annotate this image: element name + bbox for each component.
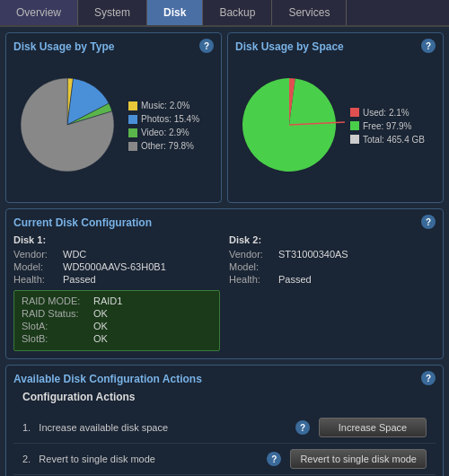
disk2-column: Disk 2: Vendor: ST31000340AS Model: Heal… [229,234,436,351]
disk-by-space-panel: Disk Usage by Space ? Used: 2.1% Free: 9… [227,32,444,203]
legend-other-dot [128,142,137,151]
disk1-health-row: Health: Passed [13,274,220,285]
legend-music-label: Music: 2.0% [141,101,189,110]
legend-free-label: Free: 97.9% [363,121,411,131]
legend-video-dot [128,128,137,137]
raid-status-value: OK [93,308,108,319]
action-1-label: 1. Increase available disk space [22,422,295,433]
disk2-title: Disk 2: [229,234,436,245]
disk1-model-row: Model: WD5000AAVS-63H0B1 [13,261,220,272]
legend-free: Free: 97.9% [350,121,425,131]
disk1-health-value: Passed [63,274,96,285]
disk2-health-label: Health: [229,274,278,285]
disk2-vendor-row: Vendor: ST31000340AS [229,249,436,260]
disk-by-type-panel: Disk Usage by Type ? Music: 2.0% Photos:… [5,32,222,203]
action-2-help-icon[interactable]: ? [267,452,281,466]
main-content: Disk Usage by Type ? Music: 2.0% Photos:… [0,27,449,476]
legend-music: Music: 2.0% [128,101,199,110]
legend-music-dot [128,101,137,110]
top-panels: Disk Usage by Type ? Music: 2.0% Photos:… [5,32,444,203]
legend-photos-label: Photos: 15.4% [141,114,199,124]
disk2-model-row: Model: [229,261,436,272]
legend-video-label: Video: 2.9% [141,128,189,137]
legend-total: Total: 465.4 GB [350,135,425,145]
tab-backup[interactable]: Backup [203,0,272,25]
disk1-column: Disk 1: Vendor: WDC Model: WD5000AAVS-63… [13,234,220,351]
disk-by-type-title: Disk Usage by Type [13,40,214,53]
raid-slotA-label: SlotA: [22,321,93,331]
raid-slotB-value: OK [93,333,108,344]
action-row-1: 1. Increase available disk space ? Incre… [13,412,436,444]
disk-by-type-chart: Music: 2.0% Photos: 15.4% Video: 2.9% Ot… [13,58,214,193]
disk-by-type-help-icon[interactable]: ? [199,39,214,53]
disk1-vendor-row: Vendor: WDC [13,249,220,260]
legend-used-label: Used: 2.1% [363,108,409,118]
actions-panel-title: Available Disk Configuration Actions [13,373,436,385]
legend-total-dot [350,135,359,144]
action-2-label: 2. Revert to single disk mode [22,454,267,464]
legend-other-label: Other: 79.8% [141,141,194,151]
config-actions-subtitle: Configuration Actions [22,391,436,403]
disk2-model-label: Model: [229,261,278,272]
legend-video: Video: 2.9% [128,128,199,137]
raid-slotA-row: SlotA: OK [22,321,212,331]
disk-by-space-chart: Used: 2.1% Free: 97.9% Total: 465.4 GB [235,58,436,193]
legend-free-dot [350,121,359,130]
legend-total-label: Total: 465.4 GB [363,135,425,145]
action-1-number: 1. [22,422,31,433]
disk2-health-row: Health: Passed [229,274,436,285]
tab-system[interactable]: System [78,0,147,25]
disk1-title: Disk 1: [13,234,220,245]
disk2-vendor-label: Vendor: [229,249,278,260]
legend-photos: Photos: 15.4% [128,114,199,124]
raid-status-label: RAID Status: [22,308,93,319]
raid-mode-label: RAID MODE: [22,295,93,306]
disk-config-title: Current Disk Configuration [13,216,436,229]
revert-single-disk-button[interactable]: Revert to single disk mode [290,449,427,469]
increase-space-button[interactable]: Increase Space [319,418,427,437]
disk-columns: Disk 1: Vendor: WDC Model: WD5000AAVS-63… [13,234,436,351]
legend-used-dot [350,108,359,117]
action-1-help-icon[interactable]: ? [295,420,310,435]
legend-other: Other: 79.8% [128,141,199,151]
action-2-number: 2. [22,454,31,464]
disk1-health-label: Health: [13,274,63,285]
disk1-vendor-value: WDC [63,249,86,260]
disk2-health-value: Passed [278,274,312,285]
disk-by-type-legend: Music: 2.0% Photos: 15.4% Video: 2.9% Ot… [128,101,199,151]
action-2-text: Revert to single disk mode [39,454,155,464]
disk-by-space-title: Disk Usage by Space [235,40,436,53]
tab-overview[interactable]: Overview [0,0,78,25]
raid-mode-value: RAID1 [93,295,122,306]
tab-disk[interactable]: Disk [147,0,203,25]
action-1-text: Increase available disk space [39,422,168,433]
disk-by-space-help-icon[interactable]: ? [421,39,436,53]
legend-photos-dot [128,115,137,124]
raid-status-row: RAID Status: OK [22,308,212,319]
disk1-model-label: Model: [13,261,63,272]
disk2-vendor-value: ST31000340AS [278,249,348,260]
tab-bar: Overview System Disk Backup Services [0,0,449,27]
raid-box: RAID MODE: RAID1 RAID Status: OK SlotA: … [13,290,220,351]
legend-used: Used: 2.1% [350,108,425,118]
tab-services[interactable]: Services [272,0,347,25]
disk-by-space-legend: Used: 2.1% Free: 97.9% Total: 465.4 GB [350,108,425,145]
raid-mode-row: RAID MODE: RAID1 [22,295,212,306]
raid-slotB-label: SlotB: [22,333,93,344]
disk-config-panel: Current Disk Configuration ? Disk 1: Ven… [5,208,444,359]
raid-slotA-value: OK [93,321,108,331]
disk-by-space-pie [235,71,343,181]
disk1-model-value: WD5000AAVS-63H0B1 [63,261,166,272]
action-row-2: 2. Revert to single disk mode ? Revert t… [13,444,436,475]
actions-panel: Available Disk Configuration Actions ? C… [5,365,444,476]
actions-help-icon[interactable]: ? [421,371,436,385]
raid-slotB-row: SlotB: OK [22,333,212,344]
disk-by-type-pie [13,71,121,181]
disk-config-help-icon[interactable]: ? [421,215,436,229]
disk1-vendor-label: Vendor: [13,249,63,260]
